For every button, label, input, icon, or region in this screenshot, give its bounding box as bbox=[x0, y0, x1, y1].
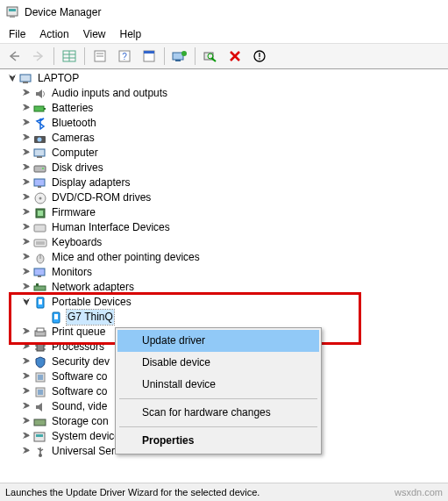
svg-rect-15 bbox=[175, 60, 181, 61]
expand-icon[interactable]: ⮞ bbox=[21, 86, 32, 101]
toolbar: ? bbox=[0, 43, 448, 69]
expand-icon[interactable]: ⮞ bbox=[21, 101, 32, 116]
category-row[interactable]: ⮞DVD/CD-ROM drives bbox=[5, 190, 448, 205]
app-icon bbox=[5, 5, 19, 19]
expand-icon[interactable]: ⮞ bbox=[21, 146, 32, 161]
svg-rect-31 bbox=[34, 179, 45, 186]
svg-point-16 bbox=[181, 51, 187, 56]
category-label: Network adapters bbox=[51, 280, 135, 295]
svg-rect-61 bbox=[38, 390, 43, 395]
category-row[interactable]: ⮞Firmware bbox=[5, 205, 448, 220]
category-row[interactable]: ⮞Network adapters bbox=[5, 280, 448, 295]
toolbar-sheet-icon[interactable] bbox=[138, 45, 160, 68]
expand-icon[interactable]: ⮞ bbox=[21, 250, 32, 265]
menu-help[interactable]: Help bbox=[113, 26, 149, 42]
category-portable-devices[interactable]: ⮟ Portable Devices bbox=[5, 295, 448, 310]
toolbar-properties-icon[interactable] bbox=[89, 45, 111, 68]
menu-disable-device[interactable]: Disable device bbox=[117, 352, 319, 374]
device-category-icon bbox=[33, 117, 47, 131]
expand-icon[interactable]: ⮞ bbox=[21, 116, 32, 131]
expand-icon[interactable]: ⮞ bbox=[21, 280, 32, 295]
category-row[interactable]: ⮞Mice and other pointing devices bbox=[5, 250, 448, 265]
category-row[interactable]: ⮞Computer bbox=[5, 146, 448, 161]
title-bar: Device Manager bbox=[0, 0, 448, 25]
device-tree[interactable]: ⮟ LAPTOP ⮞Audio inputs and outputs⮞Batte… bbox=[0, 69, 448, 459]
expand-icon[interactable]: ⮞ bbox=[21, 325, 32, 340]
menu-file[interactable]: File bbox=[2, 26, 32, 42]
toolbar-grid-icon[interactable] bbox=[58, 45, 81, 68]
expand-icon[interactable]: ⮞ bbox=[21, 190, 32, 205]
category-row[interactable]: ⮞Audio inputs and outputs bbox=[5, 86, 448, 101]
expand-icon[interactable]: ⮞ bbox=[21, 265, 32, 280]
expand-icon[interactable]: ⮞ bbox=[21, 131, 32, 146]
expand-icon[interactable]: ⮞ bbox=[21, 399, 32, 414]
expand-icon[interactable]: ⮞ bbox=[21, 354, 32, 369]
menu-separator bbox=[119, 398, 317, 399]
expand-icon[interactable]: ⮟ bbox=[21, 295, 32, 310]
category-label: Software co bbox=[51, 384, 108, 399]
tree-root[interactable]: ⮟ LAPTOP bbox=[5, 71, 448, 86]
menu-view[interactable]: View bbox=[76, 26, 113, 42]
category-row[interactable]: ⮞Bluetooth bbox=[5, 116, 448, 131]
expand-icon[interactable]: ⮞ bbox=[21, 220, 32, 235]
forward-button[interactable] bbox=[27, 45, 50, 68]
menu-uninstall-device[interactable]: Uninstall device bbox=[117, 374, 319, 396]
menu-scan-hardware[interactable]: Scan for hardware changes bbox=[117, 402, 319, 424]
device-category-icon bbox=[33, 340, 47, 354]
menu-update-driver[interactable]: Update driver bbox=[117, 330, 319, 352]
status-text: Launches the Update Driver Wizard for th… bbox=[5, 487, 260, 497]
category-label: Portable Devices bbox=[51, 295, 132, 310]
toolbar-update-driver-icon[interactable] bbox=[168, 45, 191, 68]
expand-icon[interactable]: ⮞ bbox=[21, 161, 32, 175]
svg-rect-64 bbox=[36, 434, 43, 437]
toolbar-scan-icon[interactable] bbox=[199, 45, 222, 68]
device-label: G7 ThinQ bbox=[67, 310, 114, 325]
menu-action[interactable]: Action bbox=[32, 26, 75, 42]
expand-icon[interactable]: ⮞ bbox=[21, 384, 32, 399]
category-label: Cameras bbox=[51, 131, 96, 146]
expand-icon[interactable]: ⮞ bbox=[21, 444, 32, 459]
back-button[interactable] bbox=[3, 45, 25, 68]
category-row[interactable]: ⮞Display adapters bbox=[5, 175, 448, 190]
svg-rect-37 bbox=[34, 225, 46, 232]
category-label: DVD/CD-ROM drives bbox=[51, 190, 152, 205]
svg-rect-36 bbox=[38, 211, 43, 216]
category-label: Keyboards bbox=[51, 235, 103, 250]
category-label: Sound, vide bbox=[51, 399, 108, 414]
svg-rect-22 bbox=[23, 82, 28, 83]
category-row[interactable]: ⮞Keyboards bbox=[5, 235, 448, 250]
svg-rect-23 bbox=[34, 106, 44, 111]
category-label: Monitors bbox=[51, 265, 93, 280]
svg-rect-1 bbox=[9, 9, 16, 11]
device-g7-thinq[interactable]: G7 ThinQ bbox=[5, 310, 448, 325]
computer-icon bbox=[19, 72, 33, 86]
expand-icon[interactable]: ⮞ bbox=[21, 369, 32, 384]
category-row[interactable]: ⮞Batteries bbox=[5, 101, 448, 116]
expand-icon[interactable]: ⮞ bbox=[21, 340, 32, 354]
svg-rect-43 bbox=[34, 268, 45, 276]
menu-bar: File Action View Help bbox=[0, 25, 448, 43]
svg-point-26 bbox=[38, 137, 42, 141]
toolbar-disable-icon[interactable] bbox=[248, 45, 271, 68]
menu-separator bbox=[119, 426, 317, 427]
menu-properties[interactable]: Properties bbox=[117, 430, 319, 452]
expand-icon[interactable]: ⮟ bbox=[7, 71, 18, 86]
category-label: Security dev bbox=[51, 354, 110, 369]
category-row[interactable]: ⮞Human Interface Devices bbox=[5, 220, 448, 235]
device-category-icon bbox=[33, 281, 47, 295]
category-row[interactable]: ⮞Disk drives bbox=[5, 161, 448, 175]
expand-icon[interactable]: ⮞ bbox=[21, 205, 32, 220]
expand-icon[interactable]: ⮞ bbox=[21, 175, 32, 190]
svg-rect-13 bbox=[144, 51, 154, 54]
expand-icon[interactable]: ⮞ bbox=[21, 235, 32, 250]
svg-rect-48 bbox=[39, 299, 42, 304]
expand-icon[interactable]: ⮞ bbox=[21, 414, 32, 429]
category-row[interactable]: ⮞Monitors bbox=[5, 265, 448, 280]
svg-rect-32 bbox=[38, 186, 41, 188]
category-row[interactable]: ⮞Cameras bbox=[5, 131, 448, 146]
device-category-icon bbox=[33, 102, 47, 116]
toolbar-uninstall-icon[interactable] bbox=[224, 45, 246, 68]
expand-icon[interactable]: ⮞ bbox=[21, 429, 32, 444]
category-label: Firmware bbox=[51, 205, 96, 220]
toolbar-help-icon[interactable]: ? bbox=[113, 45, 136, 68]
